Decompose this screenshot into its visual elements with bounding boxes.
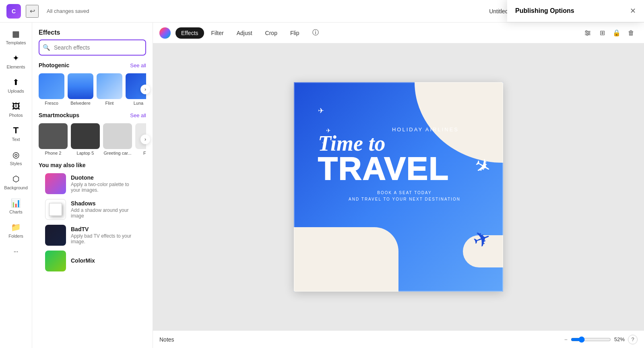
canvas-travel-text: TRAVEL	[318, 154, 491, 183]
shadows-desc: Add a shadow around your image	[71, 207, 140, 219]
tab-info[interactable]: ⓘ	[307, 26, 324, 39]
phone2-label: Phone 2	[45, 151, 62, 155]
sidebar-label-photos: Photos	[9, 113, 23, 118]
laptop5-label: Laptop 5	[77, 151, 94, 155]
greeting-label: Greeting car...	[103, 151, 131, 155]
effects-panel: Effects 🔍 Photogenic See all	[32, 23, 153, 348]
duotone-desc: Apply a two-color palette to your images…	[71, 182, 140, 193]
shadows-info: Shadows Add a shadow around your image	[71, 200, 140, 219]
filter-icon-btn[interactable]	[581, 27, 594, 39]
duotone-thumb	[45, 173, 66, 194]
photogenic-next-arrow[interactable]: ›	[140, 85, 150, 94]
panel-scroll: Photogenic See all Fresco Belvedere	[32, 62, 153, 348]
tab-adjust[interactable]: Adjust	[231, 27, 258, 39]
badtv-name: BadTV	[71, 226, 140, 232]
sidebar-item-templates[interactable]: ▦ Templates	[2, 26, 30, 48]
effect-fresco[interactable]: Fresco	[39, 73, 64, 106]
suggest-list: Duotone Apply a two-color palette to you…	[39, 173, 146, 271]
app-wrapper: C ↩ All changes saved Untitled design - …	[0, 0, 644, 348]
elements-icon: ✦	[11, 53, 21, 63]
canvas-book-text: BOOK A SEAT TODAY AND TRAVEL TO YOUR NEX…	[318, 190, 491, 203]
sidebar-item-charts[interactable]: 📊 Charts	[2, 195, 30, 218]
smartmockups-section: Smartmockups See all Phone 2 Laptop 5	[32, 112, 153, 155]
publishing-modal-header: Publishing Options ✕	[507, 0, 644, 22]
undo-button[interactable]: ↩	[26, 5, 39, 18]
sidebar-label-uploads: Uploads	[8, 89, 24, 93]
canvas-cloud-bottom-left	[294, 227, 398, 292]
suggest-shadows[interactable]: Shadows Add a shadow around your image	[45, 199, 140, 220]
belvedere-label: Belvedere	[70, 101, 91, 106]
badtv-info: BadTV Apply bad TV effects to your image…	[71, 226, 140, 244]
sidebar-item-uploads[interactable]: ⬆ Uploads	[2, 74, 30, 97]
sidebar-item-folders[interactable]: 📁 Folders	[2, 219, 30, 242]
photogenic-section: Photogenic See all Fresco Belvedere	[32, 62, 153, 106]
colormix-info: ColorMix	[71, 257, 140, 265]
grid-icon-btn[interactable]: ⊞	[596, 27, 609, 39]
fresco-label: Fresco	[45, 101, 58, 106]
notes-label: Notes	[159, 336, 174, 343]
phone2-thumb	[39, 123, 68, 149]
greeting-thumb	[103, 123, 132, 149]
zoom-controls: − 52% ?	[564, 335, 638, 344]
effect-flint[interactable]: Flint	[97, 73, 122, 106]
suggestions-title: You may also like	[39, 162, 85, 168]
design-canvas[interactable]: ✈ ✈ ✈ HOLIDAY AIRLINES Time to TRAVEL BO…	[294, 82, 503, 292]
sidebar-item-photos[interactable]: 🖼 Photos	[2, 98, 30, 121]
sidebar-item-more[interactable]: ···	[2, 243, 30, 259]
fresco-thumb	[39, 73, 64, 99]
smartmockups-title: Smartmockups	[39, 112, 79, 118]
smartmockups-grid: Phone 2 Laptop 5 Greeting car...	[39, 123, 146, 155]
suggestions-header: You may also like	[39, 162, 146, 168]
photogenic-see-all[interactable]: See all	[130, 62, 146, 68]
right-area: Effects Filter Adjust Crop Flip ⓘ	[153, 23, 644, 348]
smartmockups-see-all[interactable]: See all	[130, 112, 146, 118]
search-input[interactable]	[39, 39, 146, 56]
shadows-name: Shadows	[71, 200, 140, 207]
zoom-slider[interactable]	[571, 336, 611, 343]
canvas-area: ✈ ✈ ✈ HOLIDAY AIRLINES Time to TRAVEL BO…	[153, 44, 644, 330]
smartmockups-next-arrow[interactable]: ›	[140, 135, 150, 144]
help-button[interactable]: ?	[628, 335, 638, 344]
text-icon: T	[11, 126, 21, 135]
sidebar-label-background: Background	[4, 185, 28, 190]
mock-laptop5[interactable]: Laptop 5	[71, 123, 100, 155]
color-picker[interactable]	[159, 27, 171, 39]
suggest-duotone[interactable]: Duotone Apply a two-color palette to you…	[45, 173, 140, 194]
delete-icon-btn[interactable]: 🗑	[625, 27, 638, 39]
tab-effects[interactable]: Effects	[175, 27, 204, 39]
tab-filter[interactable]: Filter	[206, 27, 229, 39]
shadows-thumb	[45, 199, 66, 220]
smartmockups-header: Smartmockups See all	[39, 112, 146, 118]
sidebar-label-templates: Templates	[6, 40, 26, 45]
lock-icon-btn[interactable]: 🔒	[610, 27, 623, 39]
sidebar-label-styles: Styles	[10, 161, 22, 166]
badtv-thumb	[45, 225, 66, 246]
suggest-badtv[interactable]: BadTV Apply bad TV effects to your image…	[45, 225, 140, 246]
publishing-modal: Publishing Options ✕	[507, 0, 644, 22]
sidebar-item-styles[interactable]: ◎ Styles	[2, 147, 30, 169]
uploads-icon: ⬆	[11, 77, 21, 87]
effect-belvedere[interactable]: Belvedere	[68, 73, 93, 106]
sidebar-item-background[interactable]: ⬡ Background	[2, 171, 30, 193]
tab-crop[interactable]: Crop	[260, 27, 283, 39]
panel-title: Effects	[32, 23, 153, 39]
photogenic-header: Photogenic See all	[39, 62, 146, 68]
canva-logo: C	[6, 4, 21, 19]
publishing-modal-close[interactable]: ✕	[630, 6, 636, 15]
mock-phone2[interactable]: Phone 2	[39, 123, 68, 155]
colormix-name: ColorMix	[71, 257, 140, 264]
mock-greeting[interactable]: Greeting car...	[103, 123, 132, 155]
badtv-desc: Apply bad TV effects to your image.	[71, 233, 140, 244]
tab-flip[interactable]: Flip	[285, 27, 305, 39]
photos-icon: 🖼	[11, 102, 21, 111]
photogenic-grid: Fresco Belvedere Flint	[39, 73, 146, 106]
styles-icon: ◎	[11, 150, 21, 160]
sidebar-label-charts: Charts	[9, 209, 22, 214]
frame-label: Frame	[143, 151, 146, 155]
zoom-percentage: 52%	[614, 336, 625, 342]
sidebar-item-text[interactable]: T Text	[2, 122, 30, 145]
sidebar-item-elements[interactable]: ✦ Elements	[2, 50, 30, 72]
folders-icon: 📁	[11, 222, 21, 232]
more-icon: ···	[11, 246, 21, 256]
suggest-colormix[interactable]: ColorMix	[45, 251, 140, 271]
